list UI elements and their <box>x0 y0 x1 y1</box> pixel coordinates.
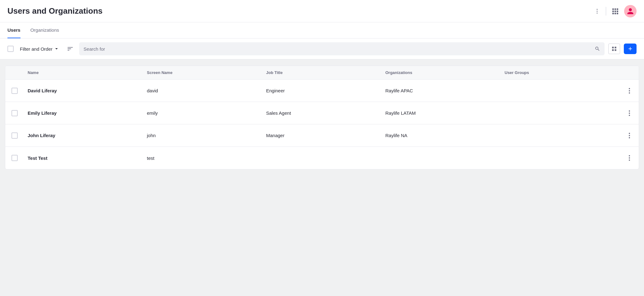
ellipsis-vertical-icon <box>629 133 630 138</box>
row-name-3: Test Test <box>24 155 143 161</box>
content-area: Name Screen Name Job Title Organizations… <box>0 59 644 293</box>
row-name-0: David Liferay <box>24 88 143 93</box>
select-all-checkbox[interactable] <box>7 46 14 52</box>
row-job-title-2: Manager <box>262 133 382 138</box>
svg-rect-11 <box>617 13 618 14</box>
search-container <box>79 42 605 55</box>
row-name-1: Emily Liferay <box>24 110 143 116</box>
svg-rect-6 <box>612 11 614 12</box>
table-body: David Liferay david Engineer Raylife APA… <box>5 80 639 169</box>
row-organizations-0: Raylife APAC <box>382 88 501 93</box>
svg-point-0 <box>597 9 598 10</box>
tabs-bar: Users Organizations <box>0 22 644 39</box>
ellipsis-vertical-icon <box>629 110 630 116</box>
col-header-screen-name: Screen Name <box>143 70 262 75</box>
tab-users[interactable]: Users <box>7 22 20 38</box>
filter-order-button[interactable]: Filter and Order <box>17 44 61 53</box>
more-options-button[interactable] <box>593 7 601 16</box>
view-toggle-button[interactable] <box>608 44 620 54</box>
row-checkbox-cell <box>5 88 24 94</box>
col-header-name: Name <box>24 70 143 75</box>
col-header-user-groups: User Groups <box>501 70 620 75</box>
row-checkbox-0[interactable] <box>11 88 18 94</box>
toolbar: Filter and Order + <box>0 39 644 59</box>
svg-rect-10 <box>615 13 616 14</box>
app-header: Users and Organizations <box>0 0 644 22</box>
row-actions-cell-0 <box>620 87 639 95</box>
svg-point-2 <box>597 12 598 13</box>
search-button[interactable] <box>595 46 600 52</box>
ellipsis-vertical-icon <box>629 155 630 161</box>
row-menu-button-3[interactable] <box>626 154 633 162</box>
svg-rect-7 <box>615 11 616 12</box>
row-screen-name-1: emily <box>143 110 262 116</box>
col-header-actions <box>620 70 639 75</box>
row-screen-name-2: john <box>143 133 262 138</box>
row-actions-cell-1 <box>620 109 639 117</box>
row-menu-button-0[interactable] <box>626 87 633 95</box>
sort-button[interactable] <box>65 44 75 54</box>
table-row: Emily Liferay emily Sales Agent Raylife … <box>5 102 639 124</box>
row-job-title-0: Engineer <box>262 88 382 93</box>
table-header: Name Screen Name Job Title Organizations… <box>5 66 639 80</box>
row-organizations-1: Raylife LATAM <box>382 110 501 116</box>
table-row: Test Test test <box>5 147 639 169</box>
header-actions <box>593 5 637 17</box>
header-divider <box>606 7 606 16</box>
add-button[interactable]: + <box>624 44 637 54</box>
row-checkbox-1[interactable] <box>11 110 18 116</box>
row-actions-cell-2 <box>620 132 639 140</box>
row-screen-name-3: test <box>143 155 262 161</box>
tab-organizations[interactable]: Organizations <box>30 22 59 38</box>
page-title: Users and Organizations <box>7 6 102 16</box>
row-checkbox-cell <box>5 110 24 116</box>
row-checkbox-2[interactable] <box>11 132 18 139</box>
row-job-title-1: Sales Agent <box>262 110 382 116</box>
svg-rect-5 <box>617 8 618 10</box>
row-checkbox-cell <box>5 132 24 139</box>
filter-order-label: Filter and Order <box>20 46 52 52</box>
row-organizations-2: Raylife NA <box>382 133 501 138</box>
table-row: John Liferay john Manager Raylife NA <box>5 124 639 147</box>
svg-rect-3 <box>612 8 614 10</box>
svg-rect-8 <box>617 11 618 12</box>
svg-rect-9 <box>612 13 614 14</box>
row-checkbox-cell <box>5 155 24 161</box>
col-header-checkbox <box>5 70 24 75</box>
row-actions-cell-3 <box>620 154 639 162</box>
row-checkbox-3[interactable] <box>11 155 18 161</box>
ellipsis-vertical-icon <box>629 88 630 94</box>
svg-point-1 <box>597 11 598 12</box>
row-name-2: John Liferay <box>24 133 143 138</box>
row-menu-button-1[interactable] <box>626 109 633 117</box>
row-menu-button-2[interactable] <box>626 132 633 140</box>
search-input[interactable] <box>84 46 592 52</box>
avatar[interactable] <box>624 5 637 17</box>
grid-apps-button[interactable] <box>610 7 620 16</box>
table-row: David Liferay david Engineer Raylife APA… <box>5 80 639 102</box>
svg-rect-4 <box>615 8 616 10</box>
row-screen-name-0: david <box>143 88 262 93</box>
col-header-job-title: Job Title <box>262 70 382 75</box>
users-table: Name Screen Name Job Title Organizations… <box>5 66 639 169</box>
col-header-organizations: Organizations <box>382 70 501 75</box>
